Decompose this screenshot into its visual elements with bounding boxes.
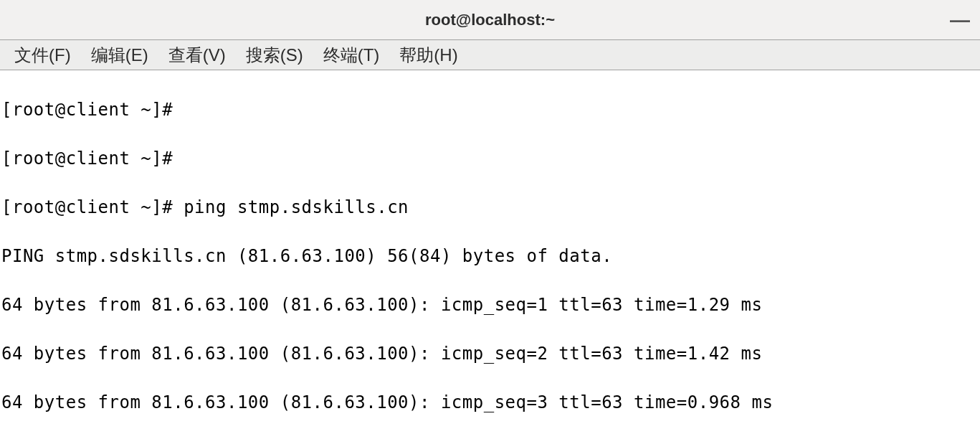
minimize-icon[interactable]: — — [950, 10, 970, 30]
terminal-line: [root@client ~]# — [1, 98, 979, 122]
window-title: root@localhost:~ — [425, 11, 555, 29]
menu-edit[interactable]: 编辑(E) — [82, 41, 157, 70]
terminal-body[interactable]: [root@client ~]# [root@client ~]# [root@… — [0, 70, 980, 439]
terminal-line: 64 bytes from 81.6.63.100 (81.6.63.100):… — [1, 390, 979, 415]
menu-terminal[interactable]: 终端(T) — [315, 41, 389, 70]
menu-search[interactable]: 搜索(S) — [237, 41, 312, 70]
terminal-line: 64 bytes from 81.6.63.100 (81.6.63.100):… — [1, 341, 979, 366]
menu-help[interactable]: 帮助(H) — [391, 41, 466, 70]
terminal-line: [root@client ~]# — [1, 146, 979, 171]
terminal-line: 64 bytes from 81.6.63.100 (81.6.63.100):… — [1, 293, 979, 317]
menu-file[interactable]: 文件(F) — [6, 41, 80, 70]
menu-view[interactable]: 查看(V) — [160, 41, 234, 70]
window-titlebar: root@localhost:~ — — [0, 0, 980, 40]
terminal-line: PING stmp.sdskills.cn (81.6.63.100) 56(8… — [1, 244, 979, 268]
terminal-line: [root@client ~]# ping stmp.sdskills.cn — [1, 195, 979, 220]
menubar: 文件(F) 编辑(E) 查看(V) 搜索(S) 终端(T) 帮助(H) — [0, 40, 980, 70]
window-controls: — — [950, 10, 970, 30]
